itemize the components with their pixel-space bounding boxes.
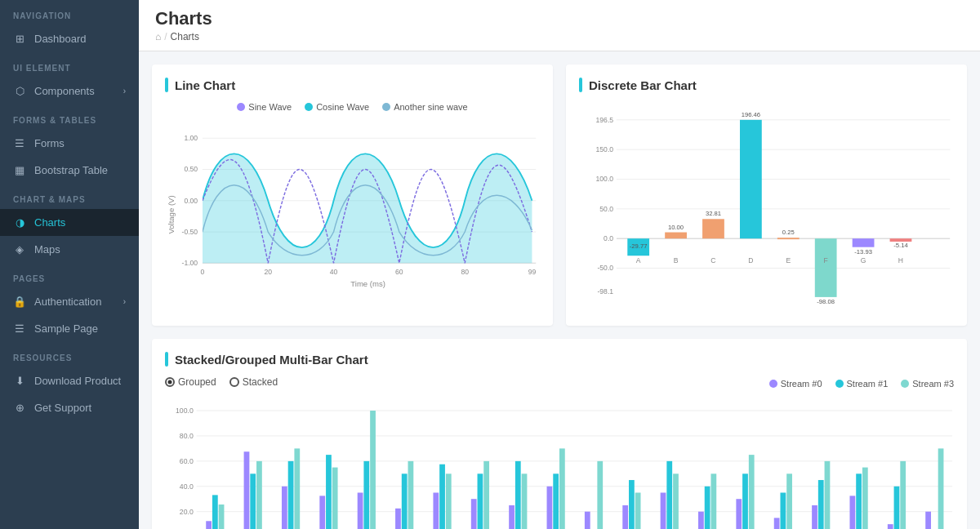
svg-text:0.50: 0.50	[184, 165, 198, 173]
svg-text:F: F	[824, 256, 828, 264]
sidebar-item-dashboard[interactable]: ⊞Dashboard	[0, 25, 139, 52]
svg-text:-50.0: -50.0	[597, 264, 613, 272]
bar-G	[853, 238, 875, 247]
svg-text:-13.93: -13.93	[854, 248, 872, 256]
svg-rect-107	[780, 492, 786, 529]
sidebar-item-authentication[interactable]: 🔒Authentication›	[0, 288, 139, 315]
legend-dot-cosine	[305, 103, 313, 111]
support-icon: ⊕	[13, 402, 26, 414]
legend-dot-sine	[237, 103, 245, 111]
svg-rect-76	[395, 509, 401, 529]
svg-rect-78	[408, 461, 414, 529]
breadcrumb-current: Charts	[171, 31, 199, 42]
svg-text:Voltage (V): Voltage (V)	[167, 195, 176, 233]
svg-rect-66	[256, 461, 262, 529]
svg-rect-86	[515, 461, 521, 529]
sidebar-item-label: Download Product	[34, 375, 121, 387]
legend-stream0: Stream #0	[769, 379, 822, 389]
svg-rect-109	[812, 505, 817, 529]
svg-rect-87	[522, 473, 528, 529]
svg-text:H: H	[898, 256, 903, 264]
radio-stacked[interactable]	[229, 377, 239, 387]
svg-text:80: 80	[461, 268, 469, 276]
sample-page-icon: ☰	[13, 322, 26, 335]
sidebar-item-charts[interactable]: ◑Charts	[0, 209, 139, 236]
svg-rect-104	[742, 473, 748, 529]
bar-B	[665, 233, 687, 239]
svg-rect-73	[358, 492, 363, 529]
svg-rect-81	[446, 473, 452, 529]
svg-text:0.25: 0.25	[782, 229, 795, 236]
multi-bar-svg-container: 100.0 80.0 60.0 40.0 20.0 0.0	[165, 399, 954, 529]
multi-bar-chart-card: Stacked/Grouped Multi-Bar Chart Grouped …	[152, 339, 967, 529]
sidebar-item-label: Get Support	[34, 402, 91, 414]
multi-chart-legend: Stream #0 Stream #1 Stream #3	[769, 379, 954, 389]
svg-text:100.0: 100.0	[596, 175, 614, 183]
option-stacked[interactable]: Stacked	[229, 376, 278, 388]
sidebar-item-label: Authentication	[34, 296, 101, 308]
sidebar-item-components[interactable]: ⬡Components›	[0, 78, 139, 104]
sidebar-item-forms[interactable]: ☰Forms	[0, 130, 139, 157]
svg-rect-82	[471, 499, 477, 529]
svg-rect-79	[433, 492, 439, 529]
svg-rect-117	[900, 461, 906, 529]
svg-rect-114	[862, 468, 868, 529]
svg-rect-101	[705, 487, 710, 529]
home-icon[interactable]: ⌂	[155, 31, 161, 42]
sidebar-item-download[interactable]: ⬇Download Product	[0, 367, 139, 394]
bar-E	[777, 238, 800, 239]
bar-chart-svg-container: 196.5 150.0 100.0 50.0 0.0 -50.0 -98.1	[579, 102, 954, 298]
svg-text:99: 99	[528, 268, 537, 276]
sidebar-item-sample-page[interactable]: ☰Sample Page	[0, 315, 139, 342]
svg-text:Time (ms): Time (ms)	[350, 279, 385, 288]
bootstrap-table-icon: ▦	[13, 164, 26, 176]
svg-rect-61	[206, 521, 212, 529]
sidebar-item-support[interactable]: ⊕Get Support	[0, 394, 139, 421]
radio-grouped[interactable]	[165, 377, 175, 387]
svg-rect-68	[288, 461, 294, 529]
svg-text:50.0: 50.0	[599, 205, 613, 213]
option-grouped[interactable]: Grouped	[165, 376, 216, 388]
svg-rect-88	[547, 487, 553, 529]
legend-sine: Sine Wave	[237, 102, 292, 112]
svg-rect-90	[559, 448, 565, 529]
nav-section-label: RESOURCES	[0, 342, 139, 367]
svg-rect-94	[622, 505, 628, 529]
svg-rect-102	[710, 473, 716, 529]
forms-icon: ☰	[13, 137, 26, 149]
bar-chart-title: Discrete Bar Chart	[579, 78, 954, 92]
svg-rect-116	[894, 487, 900, 529]
svg-text:150.0: 150.0	[596, 145, 614, 153]
svg-rect-65	[250, 473, 256, 529]
svg-rect-112	[849, 496, 855, 529]
charts-icon: ◑	[13, 216, 26, 229]
svg-rect-115	[888, 524, 893, 529]
svg-text:196.5: 196.5	[596, 116, 614, 124]
chevron-right-icon: ›	[123, 87, 126, 96]
svg-text:20: 20	[264, 268, 272, 276]
sidebar-item-label: Components	[34, 85, 95, 97]
svg-text:-1.00: -1.00	[182, 259, 198, 267]
svg-text:C: C	[710, 256, 715, 264]
sidebar: NAVIGATION⊞DashboardUI ELEMENT⬡Component…	[0, 0, 139, 529]
svg-rect-67	[282, 487, 287, 529]
svg-rect-108	[786, 473, 792, 529]
svg-text:40: 40	[330, 268, 338, 276]
line-chart-svg-container: Voltage (V) 1.00 0.50 0.00 -0.50 -1.00	[165, 117, 540, 313]
svg-text:100.0: 100.0	[176, 407, 194, 415]
bar-F	[815, 238, 837, 297]
svg-rect-93	[597, 461, 603, 529]
sidebar-item-label: Sample Page	[34, 322, 98, 335]
svg-rect-99	[673, 473, 679, 529]
nav-section-label: PAGES	[0, 263, 139, 288]
line-chart-svg: Voltage (V) 1.00 0.50 0.00 -0.50 -1.00	[165, 117, 540, 313]
svg-text:G: G	[861, 256, 866, 264]
sidebar-item-maps[interactable]: ◈Maps	[0, 236, 139, 263]
legend-dot-stream0	[769, 380, 777, 388]
svg-text:196.46: 196.46	[742, 111, 760, 118]
legend-dot-stream3	[901, 380, 909, 388]
svg-rect-106	[774, 518, 780, 529]
sidebar-item-bootstrap-table[interactable]: ▦Bootstrap Table	[0, 157, 139, 184]
sidebar-item-label: Charts	[34, 216, 65, 229]
sidebar-item-label: Bootstrap Table	[34, 164, 108, 176]
